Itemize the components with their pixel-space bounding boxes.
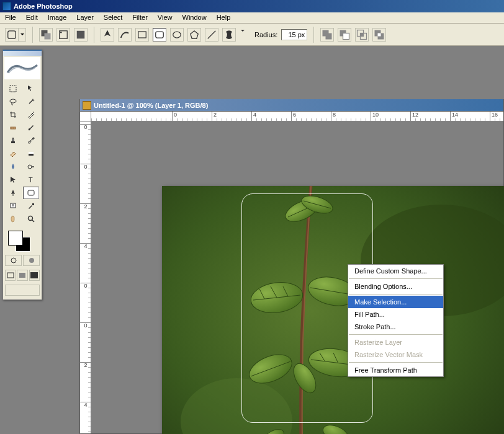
radius-input[interactable]	[281, 29, 307, 40]
svg-rect-46	[7, 273, 14, 278]
svg-rect-37	[28, 190, 34, 195]
menu-help[interactable]: Help	[212, 12, 236, 23]
zoom-tool[interactable]	[23, 213, 39, 225]
ruler-vertical[interactable]: 00240024	[80, 122, 91, 433]
paint-bucket-tool[interactable]	[23, 148, 39, 160]
pen-tool[interactable]	[5, 187, 21, 199]
paths-button[interactable]	[56, 28, 70, 42]
svg-rect-29	[12, 138, 14, 139]
app-logo-icon	[2, 2, 11, 11]
shape-layers-button[interactable]	[39, 28, 53, 42]
svg-text:T: T	[29, 176, 33, 184]
fill-pixels-button[interactable]	[74, 28, 88, 42]
subtract-shape-button[interactable]	[338, 28, 351, 42]
ctx-stroke-path[interactable]: Stroke Path...	[348, 321, 443, 333]
ctx-separator	[349, 334, 443, 335]
ctx-define-custom-shape[interactable]: Define Custom Shape...	[348, 265, 443, 277]
polygon-shape-button[interactable]	[187, 28, 201, 42]
ctx-blending-options[interactable]: Blending Options...	[348, 280, 443, 293]
rectangle-shape-button[interactable]	[135, 28, 149, 42]
menu-layer[interactable]: Layer	[71, 12, 99, 23]
freeform-pen-button[interactable]	[118, 28, 132, 42]
rounded-rect-shape-button[interactable]	[153, 28, 166, 42]
svg-rect-41	[32, 203, 34, 205]
ellipse-shape-button[interactable]	[170, 28, 184, 42]
menu-edit[interactable]: Edit	[21, 12, 43, 23]
rounded-rect-tool[interactable]	[23, 187, 39, 199]
type-tool[interactable]: T	[23, 174, 39, 186]
add-to-shape-button[interactable]	[320, 28, 334, 42]
svg-rect-27	[11, 141, 15, 143]
history-brush-tool[interactable]	[23, 135, 39, 147]
line-shape-button[interactable]	[205, 28, 218, 42]
path-select-tool[interactable]	[5, 174, 21, 186]
svg-rect-2	[45, 33, 51, 39]
screen-full-button[interactable]	[29, 270, 40, 281]
menu-image[interactable]: Image	[43, 12, 72, 23]
svg-rect-20	[10, 86, 16, 92]
ctx-make-selection[interactable]: Make Selection...	[348, 296, 443, 308]
toolbox-titlebar[interactable]	[3, 51, 42, 56]
hand-tool[interactable]	[5, 213, 21, 225]
jump-to-imageready-button[interactable]	[5, 285, 40, 296]
magic-wand-tool[interactable]	[23, 95, 39, 108]
screen-standard-button[interactable]	[5, 270, 16, 281]
separator	[94, 27, 94, 43]
ctx-rasterize-vector-mask: Rasterize Vector Mask	[348, 348, 443, 361]
clone-stamp-tool[interactable]	[5, 135, 21, 147]
menu-bar: File Edit Image Layer Select Filter View…	[0, 12, 504, 24]
svg-point-42	[28, 216, 32, 221]
color-swatches	[6, 229, 39, 250]
menu-filter[interactable]: Filter	[127, 12, 152, 23]
blur-tool[interactable]	[5, 161, 21, 173]
notes-tool[interactable]	[5, 200, 21, 212]
ruler-horizontal[interactable]: 024681012141618	[91, 112, 503, 122]
separator	[32, 27, 33, 43]
ruler-corner	[80, 112, 91, 122]
pen-shape-button[interactable]	[101, 28, 114, 42]
ctx-separator	[349, 294, 443, 294]
brush-tool[interactable]	[23, 122, 39, 134]
document-icon	[83, 101, 91, 110]
svg-line-9	[208, 30, 216, 38]
standard-mode-button[interactable]	[5, 255, 22, 266]
quickmask-mode-button[interactable]	[23, 255, 40, 266]
marquee-tool[interactable]	[5, 82, 21, 95]
ctx-free-transform-path[interactable]: Free Transform Path	[348, 364, 443, 376]
eraser-tool[interactable]	[5, 148, 21, 160]
tool-preset-dropdown[interactable]	[19, 28, 26, 42]
svg-point-25	[11, 128, 12, 129]
crop-tool[interactable]	[5, 108, 21, 121]
lasso-tool[interactable]	[5, 95, 21, 108]
svg-rect-11	[326, 33, 332, 39]
svg-line-23	[32, 112, 34, 113]
document-titlebar[interactable]: Untitled-1 @ 100% (Layer 1, RGB/8)	[80, 99, 503, 112]
menu-file[interactable]: File	[0, 12, 21, 23]
custom-shape-button[interactable]	[222, 28, 236, 42]
canvas[interactable]	[162, 186, 504, 434]
dodge-tool[interactable]	[23, 161, 39, 173]
foreground-color-swatch[interactable]	[8, 231, 23, 246]
move-tool[interactable]	[23, 82, 39, 95]
ctx-fill-path[interactable]: Fill Path...	[348, 308, 443, 321]
ctx-separator	[349, 362, 443, 363]
intersect-shape-button[interactable]	[355, 28, 369, 42]
screen-mode-row	[3, 268, 42, 283]
svg-rect-13	[343, 33, 349, 39]
svg-point-8	[173, 32, 181, 38]
healing-brush-tool[interactable]	[5, 122, 21, 134]
shape-options-dropdown[interactable]	[240, 28, 248, 42]
exclude-shape-button[interactable]	[372, 28, 386, 42]
slice-tool[interactable]	[23, 108, 39, 121]
tool-preset-button[interactable]	[5, 28, 19, 42]
toolbox-thumbnail	[4, 57, 40, 79]
menu-view[interactable]: View	[153, 12, 178, 23]
document-title: Untitled-1 @ 100% (Layer 1, RGB/8)	[94, 102, 208, 109]
svg-point-33	[28, 165, 32, 169]
eyedropper-tool[interactable]	[23, 200, 39, 212]
ctx-rasterize-layer: Rasterize Layer	[348, 336, 443, 348]
menu-window[interactable]: Window	[178, 12, 212, 23]
svg-point-21	[10, 99, 16, 103]
screen-menubar-button[interactable]	[17, 270, 27, 281]
menu-select[interactable]: Select	[99, 12, 128, 23]
